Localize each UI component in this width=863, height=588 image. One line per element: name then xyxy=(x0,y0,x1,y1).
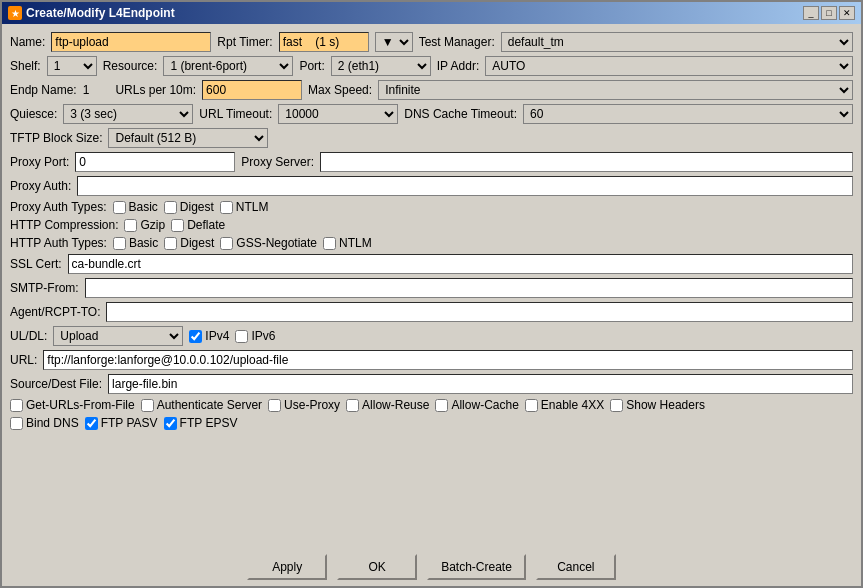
digest-proxy-checkbox[interactable] xyxy=(164,201,177,214)
bind-dns-checkbox[interactable] xyxy=(10,417,23,430)
row-name: Name: Rpt Timer: ▼ Test Manager: default… xyxy=(10,32,853,52)
resource-select[interactable]: 1 (brent-6port) xyxy=(163,56,293,76)
main-window: ★ Create/Modify L4Endpoint _ □ ✕ Name: R… xyxy=(0,0,863,588)
basic-proxy-checkbox[interactable] xyxy=(113,201,126,214)
urls-per-10m-label: URLs per 10m: xyxy=(115,83,196,97)
use-proxy-checkbox[interactable] xyxy=(268,399,281,412)
app-icon: ★ xyxy=(8,6,22,20)
gzip-label: Gzip xyxy=(140,218,165,232)
proxy-server-input[interactable] xyxy=(320,152,853,172)
basic-proxy-checkbox-label: Basic xyxy=(113,200,158,214)
endp-name-label: Endp Name: xyxy=(10,83,77,97)
enable-4xx-checkbox[interactable] xyxy=(525,399,538,412)
allow-reuse-label: Allow-Reuse xyxy=(362,398,429,412)
row-ssl-cert: SSL Cert: xyxy=(10,254,853,274)
ul-dl-select[interactable]: Upload xyxy=(53,326,183,346)
deflate-checkbox-label: Deflate xyxy=(171,218,225,232)
agent-rcpt-to-input[interactable] xyxy=(106,302,853,322)
gss-negotiate-checkbox[interactable] xyxy=(220,237,233,250)
ntlm-proxy-checkbox-label: NTLM xyxy=(220,200,269,214)
ftp-epsv-label: FTP EPSV xyxy=(180,416,238,430)
tftp-block-size-label: TFTP Block Size: xyxy=(10,131,102,145)
title-bar: ★ Create/Modify L4Endpoint _ □ ✕ xyxy=(2,2,861,24)
digest-proxy-checkbox-label: Digest xyxy=(164,200,214,214)
gss-negotiate-checkbox-label: GSS-Negotiate xyxy=(220,236,317,250)
row-shelf: Shelf: 1 Resource: 1 (brent-6port) Port:… xyxy=(10,56,853,76)
shelf-label: Shelf: xyxy=(10,59,41,73)
http-auth-types-label: HTTP Auth Types: xyxy=(10,236,107,250)
deflate-checkbox[interactable] xyxy=(171,219,184,232)
basic-proxy-label: Basic xyxy=(129,200,158,214)
row-agent-rcpt-to: Agent/RCPT-TO: xyxy=(10,302,853,322)
ip-addr-select[interactable]: AUTO xyxy=(485,56,853,76)
rpt-timer-select[interactable]: ▼ xyxy=(375,32,413,52)
rpt-timer-label: Rpt Timer: xyxy=(217,35,272,49)
maximize-button[interactable]: □ xyxy=(821,6,837,20)
ftp-epsv-checkbox[interactable] xyxy=(164,417,177,430)
show-headers-checkbox[interactable] xyxy=(610,399,623,412)
row-quiesce: Quiesce: 3 (3 sec) URL Timeout: 10000 DN… xyxy=(10,104,853,124)
shelf-select[interactable]: 1 xyxy=(47,56,97,76)
close-button[interactable]: ✕ xyxy=(839,6,855,20)
dns-cache-timeout-select[interactable]: 60 xyxy=(523,104,853,124)
show-headers-label: Show Headers xyxy=(626,398,705,412)
minimize-button[interactable]: _ xyxy=(803,6,819,20)
enable-4xx-checkbox-label: Enable 4XX xyxy=(525,398,604,412)
show-headers-checkbox-label: Show Headers xyxy=(610,398,705,412)
quiesce-label: Quiesce: xyxy=(10,107,57,121)
cancel-button[interactable]: Cancel xyxy=(536,554,616,580)
bottom-buttons: Apply OK Batch-Create Cancel xyxy=(2,548,861,586)
ipv6-checkbox[interactable] xyxy=(235,330,248,343)
proxy-auth-label: Proxy Auth: xyxy=(10,179,71,193)
http-digest-checkbox[interactable] xyxy=(164,237,177,250)
name-label: Name: xyxy=(10,35,45,49)
smtp-from-input[interactable] xyxy=(85,278,853,298)
url-timeout-select[interactable]: 10000 xyxy=(278,104,398,124)
url-input[interactable] xyxy=(43,350,853,370)
http-basic-checkbox[interactable] xyxy=(113,237,126,250)
authenticate-server-checkbox[interactable] xyxy=(141,399,154,412)
allow-reuse-checkbox[interactable] xyxy=(346,399,359,412)
urls-per-10m-input[interactable] xyxy=(202,80,302,100)
http-ntlm-checkbox[interactable] xyxy=(323,237,336,250)
url-timeout-label: URL Timeout: xyxy=(199,107,272,121)
gzip-checkbox[interactable] xyxy=(124,219,137,232)
ftp-pasv-checkbox[interactable] xyxy=(85,417,98,430)
http-ntlm-checkbox-label: NTLM xyxy=(323,236,372,250)
url-label: URL: xyxy=(10,353,37,367)
deflate-label: Deflate xyxy=(187,218,225,232)
tftp-block-size-select[interactable]: Default (512 B) xyxy=(108,128,268,148)
http-compression-label: HTTP Compression: xyxy=(10,218,118,232)
name-input[interactable] xyxy=(51,32,211,52)
get-urls-from-file-checkbox[interactable] xyxy=(10,399,23,412)
test-manager-select[interactable]: default_tm xyxy=(501,32,853,52)
allow-cache-checkbox[interactable] xyxy=(435,399,448,412)
quiesce-select[interactable]: 3 (3 sec) xyxy=(63,104,193,124)
bind-dns-label: Bind DNS xyxy=(26,416,79,430)
gzip-checkbox-label: Gzip xyxy=(124,218,165,232)
rpt-timer-input[interactable] xyxy=(279,32,369,52)
source-dest-file-label: Source/Dest File: xyxy=(10,377,102,391)
source-dest-file-input[interactable] xyxy=(108,374,853,394)
title-bar-left: ★ Create/Modify L4Endpoint xyxy=(8,6,175,20)
row-proxy-port: Proxy Port: Proxy Server: xyxy=(10,152,853,172)
get-urls-from-file-label: Get-URLs-From-File xyxy=(26,398,135,412)
http-digest-label: Digest xyxy=(180,236,214,250)
ok-button[interactable]: OK xyxy=(337,554,417,580)
row-proxy-auth-types: Proxy Auth Types: Basic Digest NTLM xyxy=(10,200,853,214)
apply-button[interactable]: Apply xyxy=(247,554,327,580)
ipv4-label: IPv4 xyxy=(205,329,229,343)
batch-create-button[interactable]: Batch-Create xyxy=(427,554,526,580)
proxy-port-label: Proxy Port: xyxy=(10,155,69,169)
max-speed-select[interactable]: Infinite xyxy=(378,80,853,100)
ntlm-proxy-checkbox[interactable] xyxy=(220,201,233,214)
proxy-port-input[interactable] xyxy=(75,152,235,172)
ipv4-checkbox[interactable] xyxy=(189,330,202,343)
proxy-auth-input[interactable] xyxy=(77,176,853,196)
gss-negotiate-label: GSS-Negotiate xyxy=(236,236,317,250)
row-tftp: TFTP Block Size: Default (512 B) xyxy=(10,128,853,148)
ssl-cert-input[interactable] xyxy=(68,254,853,274)
http-basic-checkbox-label: Basic xyxy=(113,236,158,250)
row-http-compression: HTTP Compression: Gzip Deflate xyxy=(10,218,853,232)
port-select[interactable]: 2 (eth1) xyxy=(331,56,431,76)
